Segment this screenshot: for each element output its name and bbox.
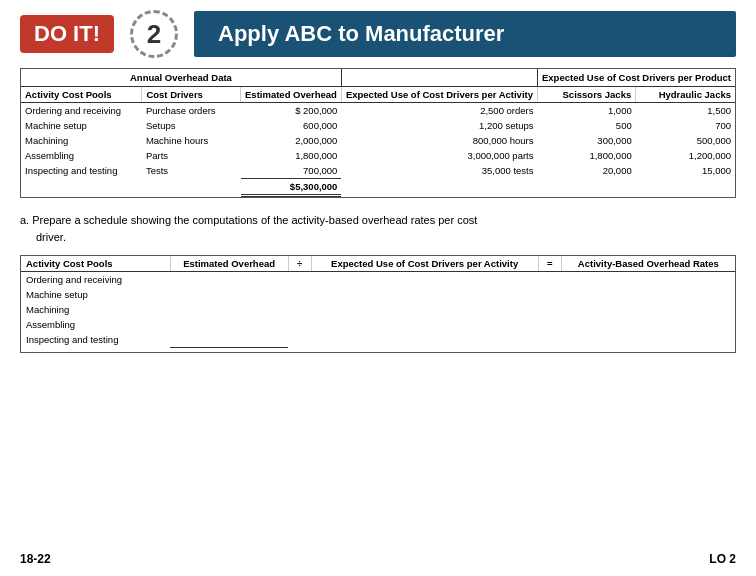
table-row: Machine setup Setups 600,000 1,200 setup… — [21, 118, 735, 133]
schedule-row: Machine setup — [21, 287, 735, 302]
schedule-row: Machining — [21, 302, 735, 317]
table-row: Ordering and receiving Purchase orders $… — [21, 103, 735, 119]
equals-operator-header: = — [538, 256, 561, 272]
col-scissors-jacks: Scissors Jacks — [537, 87, 635, 103]
sched-col-rates: Activity-Based Overhead Rates — [561, 256, 735, 272]
step-number: 2 — [130, 10, 178, 58]
lo-label: LO 2 — [709, 552, 736, 566]
col-expected-use: Expected Use of Cost Drivers per Activit… — [341, 87, 537, 103]
do-it-label: DO IT! — [20, 15, 114, 53]
col-estimated-overhead: Estimated Overhead — [241, 87, 342, 103]
table-row: Assembling Parts 1,800,000 3,000,000 par… — [21, 148, 735, 163]
table-row: Inspecting and testing Tests 700,000 35,… — [21, 163, 735, 179]
sched-col-activity: Activity Cost Pools — [21, 256, 170, 272]
total-row: $5,300,000 — [21, 179, 735, 196]
col-activity-cost-pools: Activity Cost Pools — [21, 87, 142, 103]
sched-col-overhead: Estimated Overhead — [170, 256, 288, 272]
page-footer: 18-22 LO 2 — [20, 552, 736, 566]
schedule-row: Inspecting and testing — [21, 332, 735, 347]
annual-overhead-table: Annual Overhead Data Expected Use of Cos… — [20, 68, 736, 198]
col-cost-drivers: Cost Drivers — [142, 87, 241, 103]
schedule-row: Assembling — [21, 317, 735, 332]
div-operator-header: ÷ — [288, 256, 311, 272]
col-hydraulic-jacks: Hydraulic Jacks — [636, 87, 735, 103]
sched-col-expected-use: Expected Use of Cost Drivers per Activit… — [311, 256, 538, 272]
page-number: 18-22 — [20, 552, 51, 566]
schedule-row: Ordering and receiving — [21, 272, 735, 288]
schedule-total-row — [21, 347, 735, 352]
schedule-table: Activity Cost Pools Estimated Overhead ÷… — [20, 255, 736, 353]
main-content: Annual Overhead Data Expected Use of Cos… — [0, 68, 756, 371]
expected-section-header: Expected Use of Cost Drivers per Product — [537, 69, 735, 87]
annual-section-header: Annual Overhead Data — [21, 69, 341, 87]
page-header: DO IT! 2 Apply ABC to Manufacturer — [0, 0, 756, 68]
table-row: Machining Machine hours 2,000,000 800,00… — [21, 133, 735, 148]
instruction-text: a. Prepare a schedule showing the comput… — [20, 212, 736, 245]
page-title: Apply ABC to Manufacturer — [194, 11, 736, 57]
